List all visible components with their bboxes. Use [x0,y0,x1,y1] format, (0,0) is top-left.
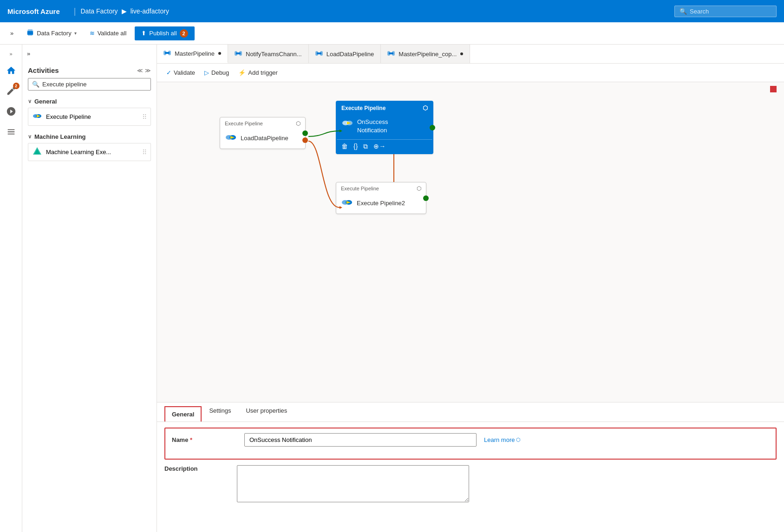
nav-home[interactable] [2,61,20,80]
tab-master-pipeline-copy[interactable]: MasterPipeline_cop... [381,45,470,63]
expand-panel-button[interactable]: » [6,27,18,39]
svg-rect-19 [389,52,393,54]
drag-handle[interactable]: ⠿ [142,149,147,156]
publish-icon: ⬆ [141,30,146,37]
add-trigger-button[interactable]: ⚡ Add trigger [235,67,281,78]
debug-label: Debug [211,69,229,76]
publish-badge: 2 [180,29,188,38]
general-section: ∨ General Execute Pipeline ⠿ [22,95,157,130]
general-tab[interactable]: General [164,406,202,422]
main-layout: » 2 » Activities ≪ ≫ 🔍 [0,45,784,532]
activities-search-box[interactable]: 🔍 [28,78,151,91]
tab-dot [218,52,221,55]
onsuccess-node-header: Execute Pipeline ⬡ [337,102,432,114]
nav-badge: 2 [13,83,20,89]
brand-label: Microsoft Azure [7,7,60,15]
delete-icon[interactable]: 🗑 [341,143,348,150]
execute-pipeline2-node[interactable]: Execute Pipeline ⬡ Execute Pipeline2 [336,182,426,214]
chevron-icon: ∨ [28,134,32,140]
validate-icon: ≋ [90,30,95,37]
learn-more-label: Learn more [484,436,515,443]
tab-master-pipeline-copy-label: MasterPipeline_cop... [399,51,457,58]
breadcrumb-instance: live-adfactory [131,7,169,15]
onsuccess-icon [341,118,353,130]
validate-button[interactable]: ✓ Validate [163,67,199,78]
nav-pencil[interactable]: 2 [2,82,20,100]
chevron-icon: ∨ [28,98,32,104]
name-input[interactable] [244,433,477,447]
svg-rect-2 [27,31,33,35]
expand-icon: » [10,30,13,37]
general-section-header[interactable]: ∨ General [28,98,151,105]
external-link-icon: ⬡ [516,437,521,443]
load-data-node[interactable]: Execute Pipeline ⬡ LoadDataPipeline [220,117,306,149]
ml-section-header[interactable]: ∨ Machine Learning [28,133,151,140]
validate-label: Validate all [98,30,127,37]
onsuccess-actions: 🗑 {} ⧉ ⊕→ [337,139,432,153]
search-icon: 🔍 [32,81,39,88]
breadcrumb-arrow: ▶ [122,7,127,15]
ml-execute-label: Machine Learning Exe... [46,149,111,156]
settings-tab-label: Settings [209,407,231,414]
nav-manage[interactable] [2,123,20,141]
breadcrumb-data-factory[interactable]: Data Factory [80,7,118,15]
settings-tab[interactable]: Settings [202,402,238,422]
activities-search-input[interactable] [42,81,147,88]
top-bar: Microsoft Azure | Data Factory ▶ live-ad… [0,0,784,22]
validate-check-icon: ✓ [166,69,171,76]
svg-rect-16 [317,52,321,54]
search-box[interactable]: 🔍 [674,6,777,17]
ep2-body: Execute Pipeline2 [336,195,426,214]
ep2-external-link-icon[interactable]: ⬡ [417,185,421,192]
ml-execute-activity[interactable]: Machine Learning Exe... ⠿ [28,143,151,161]
name-field-wrapper: Name * Learn more ⬡ [164,428,777,460]
activities-header: Activities ≪ ≫ [22,61,157,78]
external-link-active-icon[interactable]: ⬡ [423,104,428,111]
search-input[interactable] [690,8,771,15]
chevron-down-icon: ▾ [74,31,77,36]
collapse-expand-button[interactable]: » [2,48,20,59]
pipeline-body-icon [225,132,237,144]
tab-dot [460,52,463,55]
publish-all-button[interactable]: ⬆ Publish all 2 [135,26,194,40]
tab-master-pipeline[interactable]: MasterPipeline [157,45,228,63]
execute-pipeline-activity[interactable]: Execute Pipeline ⠿ [28,108,151,126]
name-label: Name * [172,436,237,443]
add-trigger-label: Add trigger [248,69,278,76]
external-link-icon[interactable]: ⬡ [296,120,301,127]
description-field-row: Description [157,465,784,502]
svg-rect-10 [165,52,170,54]
collapse-all-icon[interactable]: ≪ [137,67,143,74]
validate-all-button[interactable]: ≋ Validate all [85,27,131,39]
canvas-area[interactable]: Execute Pipeline ⬡ LoadDataPipeline [157,82,784,402]
debug-icon: ▷ [204,69,209,76]
tab-notify-teams[interactable]: NotifyTeamsChann... [228,45,309,63]
learn-more-link[interactable]: Learn more ⬡ [484,436,521,443]
onsuccess-body: OnSuccessNotification [337,114,432,139]
onsuccess-node[interactable]: Execute Pipeline ⬡ OnSuccessNotification [336,101,433,154]
success-connector [302,130,308,136]
onsuccess-label: OnSuccessNotification [357,118,388,135]
tab-load-data[interactable]: LoadDataPipeline [309,45,381,63]
name-field-row: Name * Learn more ⬡ [172,433,769,447]
ml-section: ∨ Machine Learning Machine Learning Exe.… [22,130,157,166]
activities-panel: » Activities ≪ ≫ 🔍 ∨ General [22,45,157,532]
nav-monitor[interactable] [2,102,20,121]
expand-all-icon[interactable]: ≫ [145,67,151,74]
canvas-toolbar: ✓ Validate ▷ Debug ⚡ Add trigger [157,64,784,82]
content-area: MasterPipeline NotifyTeamsChann... [157,45,784,532]
copy-icon[interactable]: ⧉ [363,143,368,150]
tab-pipeline-icon [315,50,323,58]
code-icon[interactable]: {} [353,143,358,150]
arrow-icon[interactable]: ⊕→ [373,143,385,150]
debug-button[interactable]: ▷ Debug [201,67,233,78]
required-asterisk: * [190,436,192,443]
expand-panel-left[interactable]: » [25,48,32,59]
tab-pipeline-icon [163,50,171,58]
user-properties-tab[interactable]: User properties [238,402,294,422]
load-data-node-header: Execute Pipeline ⬡ [220,117,305,130]
data-factory-button[interactable]: Data Factory ▾ [22,26,81,40]
description-input[interactable] [237,465,469,502]
load-data-label: LoadDataPipeline [241,135,288,142]
drag-handle[interactable]: ⠿ [142,113,147,121]
